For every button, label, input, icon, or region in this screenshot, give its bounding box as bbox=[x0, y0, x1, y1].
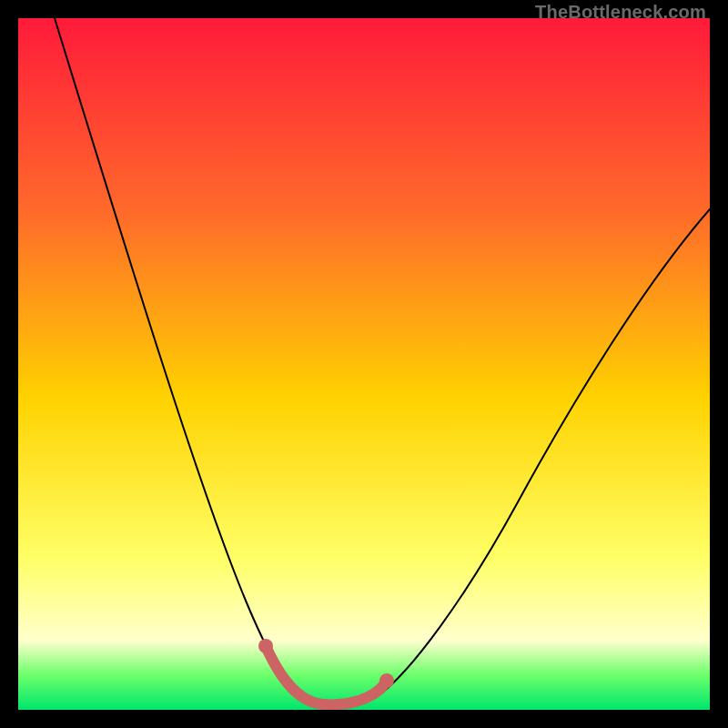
highlight-end-dot bbox=[379, 673, 394, 688]
curves-layer bbox=[18, 18, 710, 710]
plot-area bbox=[18, 18, 710, 710]
bottleneck-curve bbox=[55, 18, 710, 705]
watermark-text: TheBottleneck.com bbox=[535, 2, 706, 23]
chart-frame: TheBottleneck.com bbox=[0, 0, 728, 728]
bottleneck-optimal-highlight bbox=[266, 646, 387, 704]
highlight-start-dot bbox=[258, 639, 273, 653]
